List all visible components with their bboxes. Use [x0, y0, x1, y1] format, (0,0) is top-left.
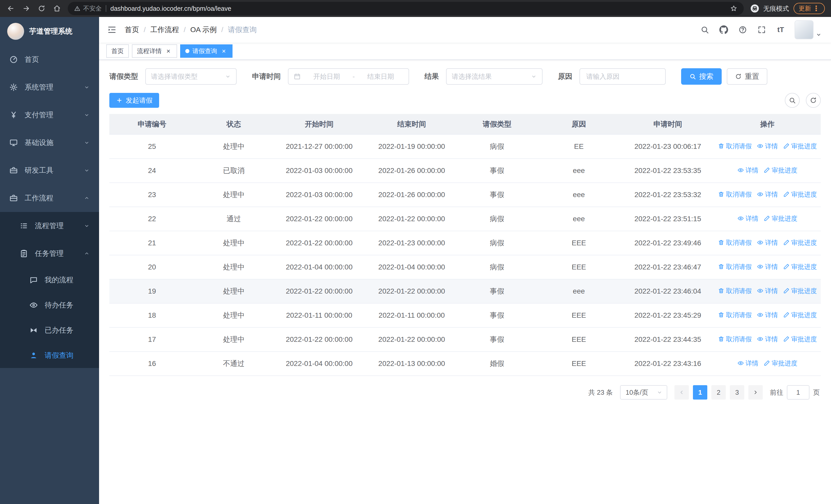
table-row: 17处理中2022-01-22 00:00:002022-01-22 00:00… — [109, 327, 821, 352]
page-button-2[interactable]: 2 — [711, 385, 726, 399]
detail-action-link[interactable]: 详情 — [737, 166, 758, 175]
detail-action-link[interactable]: 详情 — [737, 214, 758, 223]
tab-home[interactable]: 首页 — [106, 45, 129, 58]
bookmark-star-icon[interactable] — [730, 5, 738, 12]
cell-id: 19 — [109, 279, 195, 303]
sidebar-item-label: 已办任务 — [45, 325, 90, 335]
sidebar-item-done-tasks[interactable]: 已办任务 — [0, 318, 99, 343]
sidebar-item-label: 基础设施 — [25, 138, 77, 148]
breadcrumb-item[interactable]: OA 示例 — [191, 25, 217, 35]
progress-action-link[interactable]: 审批进度 — [783, 335, 817, 343]
security-warning[interactable]: 不安全 — [74, 4, 102, 12]
progress-action-link[interactable]: 审批进度 — [783, 238, 817, 247]
sidebar-item-leave-query[interactable]: 请假查询 — [0, 343, 99, 368]
cancel-action-link[interactable]: 取消请假 — [718, 238, 752, 247]
cancel-action-link[interactable]: 取消请假 — [718, 263, 752, 271]
sidebar-item-todo-tasks[interactable]: 待办任务 — [0, 293, 99, 318]
home-button[interactable] — [50, 2, 64, 15]
cell-status: 处理中 — [195, 303, 273, 327]
reason-input[interactable] — [579, 68, 666, 85]
page-button-1[interactable]: 1 — [693, 385, 707, 399]
cell-id: 20 — [109, 255, 195, 279]
progress-action-link[interactable]: 审批进度 — [783, 311, 817, 319]
next-page-button[interactable] — [748, 385, 763, 399]
tab-process-detail[interactable]: 流程详情× — [132, 45, 177, 58]
incognito-indicator: 无痕模式 — [750, 4, 789, 13]
create-leave-button-label: 发起请假 — [126, 96, 152, 105]
back-button[interactable] — [4, 2, 18, 15]
sidebar-item-payment[interactable]: 支付管理 — [0, 101, 99, 129]
avatar[interactable] — [795, 20, 813, 39]
progress-action-link[interactable]: 审批进度 — [764, 214, 797, 223]
detail-action-link[interactable]: 详情 — [757, 238, 778, 247]
forward-button[interactable] — [20, 2, 33, 15]
active-tab-dot — [185, 49, 190, 53]
font-size-icon[interactable]: tT — [776, 25, 786, 35]
cancel-action-link[interactable]: 取消请假 — [718, 287, 752, 295]
detail-action-link[interactable]: 详情 — [757, 311, 778, 319]
progress-action-link[interactable]: 审批进度 — [783, 142, 817, 150]
sidebar-item-devtools[interactable]: 研发工具 — [0, 156, 99, 184]
breadcrumb-item[interactable]: 首页 — [125, 25, 139, 35]
detail-action-link[interactable]: 详情 — [737, 359, 758, 367]
sidebar-item-workflow[interactable]: 工作流程 — [0, 184, 99, 212]
cancel-action-link[interactable]: 取消请假 — [718, 142, 752, 150]
sidebar-item-infra[interactable]: 基础设施 — [0, 129, 99, 156]
fullscreen-icon[interactable] — [756, 25, 767, 35]
reload-button[interactable] — [35, 2, 48, 15]
refresh-table-button[interactable] — [806, 93, 821, 108]
breadcrumb-item[interactable]: 工作流程 — [150, 25, 179, 35]
detail-action-link[interactable]: 详情 — [757, 142, 778, 150]
detail-action-link[interactable]: 详情 — [757, 335, 778, 343]
sidebar-item-system[interactable]: 系统管理 — [0, 73, 99, 101]
column-header-type: 请假类型 — [458, 114, 536, 135]
detail-action-link[interactable]: 详情 — [757, 190, 778, 199]
apply-time-range-picker[interactable]: 开始日期 - 结束日期 — [288, 68, 409, 85]
reset-button[interactable]: 重置 — [727, 68, 767, 85]
cancel-action-link[interactable]: 取消请假 — [718, 311, 752, 319]
create-leave-button[interactable]: 发起请假 — [109, 93, 159, 108]
sidebar-item-home[interactable]: 首页 — [0, 46, 99, 73]
search-icon — [689, 73, 696, 80]
page-size-select[interactable]: 10条/页 — [620, 385, 667, 399]
progress-action-link[interactable]: 审批进度 — [783, 287, 817, 295]
progress-action-link[interactable]: 审批进度 — [783, 190, 817, 199]
github-icon[interactable] — [719, 25, 729, 35]
progress-action-link[interactable]: 审批进度 — [764, 166, 797, 175]
cell-status: 处理中 — [195, 231, 273, 255]
detail-action-link[interactable]: 详情 — [757, 287, 778, 295]
search-icon[interactable] — [699, 25, 710, 35]
sidebar-item-process-mgmt[interactable]: 流程管理 — [0, 212, 99, 240]
cell-status: 不通过 — [195, 352, 273, 376]
goto-page-input[interactable] — [787, 385, 809, 399]
menu-kebab-icon[interactable]: ⋮ — [812, 5, 820, 12]
search-button[interactable]: 搜索 — [681, 68, 722, 85]
cell-type: 婚假 — [458, 352, 536, 376]
url-text[interactable]: dashboard.yudao.iocoder.cn/bpm/oa/leave — [110, 5, 726, 12]
update-button[interactable]: 更新 ⋮ — [794, 3, 825, 14]
cancel-action-link[interactable]: 取消请假 — [718, 335, 752, 343]
sidebar-item-my-process[interactable]: 我的流程 — [0, 267, 99, 293]
cell-reason: EEE — [536, 327, 622, 352]
action-label: 审批进度 — [772, 166, 797, 175]
sidebar-item-task-mgmt[interactable]: 任务管理 — [0, 240, 99, 267]
address-bar[interactable]: 不安全 dashboard.yudao.iocoder.cn/bpm/oa/le… — [68, 2, 744, 15]
cell-end: 2022-01-13 00:00:00 — [366, 352, 458, 376]
user-menu[interactable] — [795, 20, 822, 39]
progress-action-link[interactable]: 审批进度 — [764, 359, 797, 367]
start-date-placeholder[interactable]: 开始日期 — [304, 72, 349, 81]
close-icon[interactable]: × — [220, 48, 227, 55]
result-select[interactable]: 请选择流结果 — [446, 68, 543, 85]
end-date-placeholder[interactable]: 结束日期 — [358, 72, 403, 81]
progress-action-link[interactable]: 审批进度 — [783, 263, 817, 271]
leave-type-select[interactable]: 请选择请假类型 — [145, 68, 237, 85]
close-icon[interactable]: × — [165, 48, 172, 55]
show-search-button[interactable] — [785, 93, 800, 108]
prev-page-button[interactable] — [675, 385, 689, 399]
tab-leave-query[interactable]: 请假查询× — [180, 45, 232, 58]
detail-action-link[interactable]: 详情 — [757, 263, 778, 271]
help-question-icon[interactable] — [738, 25, 748, 35]
sidebar-collapse-button[interactable] — [99, 17, 125, 42]
cancel-action-link[interactable]: 取消请假 — [718, 190, 752, 199]
page-button-3[interactable]: 3 — [730, 385, 744, 399]
